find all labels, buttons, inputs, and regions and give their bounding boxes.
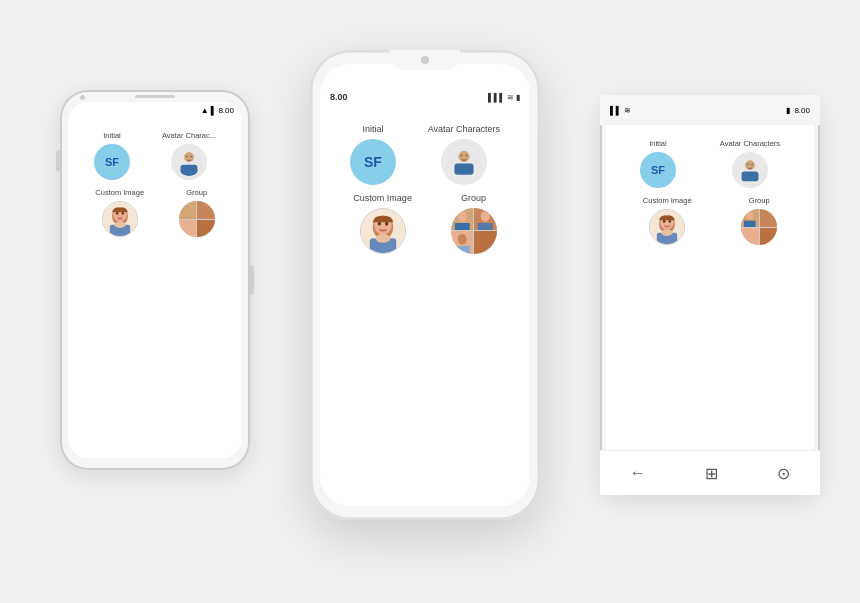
custom-label-left: Custom Image (95, 188, 144, 197)
win-signal: ▌▌ ≋ (610, 106, 631, 115)
svg-point-4 (190, 156, 191, 157)
avatar-row-bottom-center: Custom Image (334, 193, 516, 254)
battery-center: ▮ (516, 93, 520, 102)
svg-rect-5 (181, 165, 198, 173)
phone-right: ▌▌ ≋ ▮ 8.00 Initial SF Avatar Characters (600, 95, 820, 495)
status-right-left: ▲ ▌ 8.00 (201, 106, 234, 115)
group-avatar-right (741, 209, 777, 245)
group-label-center: Group (461, 193, 486, 204)
custom-avatar-left (102, 201, 138, 237)
status-icons-center: ▌▌▌ ≋ ▮ (488, 93, 520, 102)
signal-center: ▌▌▌ (488, 93, 505, 102)
phone-center: 8.00 ▌▌▌ ≋ ▮ Initial SF A (310, 50, 540, 520)
avatar-row-top-right: Initial SF Avatar Characters (618, 139, 802, 188)
svg-point-10 (121, 212, 123, 215)
initial-avatar-center: SF (350, 139, 396, 185)
svg-point-20 (377, 221, 380, 225)
phone-left: ▲ ▌ 8.00 Initial SF Avatar Charac... (60, 90, 250, 470)
svg-rect-27 (478, 223, 493, 231)
status-bar-center: 8.00 ▌▌▌ ≋ ▮ (320, 64, 530, 108)
char-avatar-center (441, 139, 487, 185)
group-cell-1-right (741, 209, 759, 227)
group-cell-3-left (179, 220, 197, 238)
char-avatar-right (732, 152, 768, 188)
win-battery-time: ▮ 8.00 (786, 106, 810, 115)
group-cell-4-left (197, 220, 215, 238)
svg-rect-33 (742, 171, 759, 181)
initial-label-right: Initial (649, 139, 667, 148)
avatar-col-initial-left: Initial SF (94, 131, 130, 180)
avatar-col-char-center: Avatar Characters (428, 124, 500, 185)
avatar-col-group-center: Group (451, 193, 497, 254)
char-avatar-left (171, 144, 207, 180)
svg-point-37 (663, 220, 665, 223)
avatar-col-custom-right: Custom Image (643, 196, 692, 245)
svg-point-38 (669, 220, 671, 223)
group-cell-2-center (474, 208, 497, 231)
svg-point-40 (662, 229, 673, 236)
avatar-col-char-right: Avatar Characters (720, 139, 780, 188)
svg-point-32 (751, 164, 752, 165)
group-cell-3-center (451, 231, 474, 254)
signal-icon-left: ▌ (211, 106, 217, 115)
char-label-center: Avatar Characters (428, 124, 500, 135)
initial-avatar-left: SF (94, 144, 130, 180)
group-cell-4-center (474, 231, 497, 254)
svg-point-31 (747, 164, 748, 165)
group-avatar-center (451, 208, 497, 254)
custom-label-right: Custom Image (643, 196, 692, 205)
avatar-col-group-left: Group (179, 188, 215, 237)
svg-point-41 (746, 211, 753, 219)
avatar-col-custom-center: Custom Image (353, 193, 412, 254)
char-label-right: Avatar Characters (720, 139, 780, 148)
char-label-left: Avatar Charac... (162, 131, 216, 140)
avatar-row-top-center: Initial SF Avatar Characters (334, 124, 516, 185)
wifi-center: ≋ (507, 93, 514, 102)
group-cell-4-right (760, 228, 778, 246)
avatar-row-bottom-left: Custom Image (78, 188, 232, 237)
windows-icon-win[interactable]: ⊞ (705, 464, 718, 483)
svg-point-14 (461, 155, 463, 157)
avatar-col-custom-left: Custom Image (95, 188, 144, 237)
group-avatar-left (179, 201, 215, 237)
group-label-right: Group (749, 196, 770, 205)
initial-label-left: Initial (103, 131, 121, 140)
battery-icon-right: ▮ (786, 106, 790, 115)
avatar-col-initial-center: Initial SF (350, 124, 396, 185)
group-cell-2-left (197, 201, 215, 219)
avatar-content-right: Initial SF Avatar Characters (606, 125, 814, 267)
time-left: 8.00 (218, 106, 234, 115)
svg-point-28 (457, 234, 466, 245)
custom-avatar-right (649, 209, 685, 245)
time-right: 8.00 (794, 106, 810, 115)
scene: ▲ ▌ 8.00 Initial SF Avatar Charac... (0, 0, 860, 603)
group-cell-1-center (451, 208, 474, 231)
win-top-bar: ▌▌ ≋ ▮ 8.00 (600, 95, 820, 125)
group-label-left: Group (186, 188, 207, 197)
svg-point-21 (385, 221, 388, 225)
initial-label-center: Initial (362, 124, 383, 135)
svg-rect-42 (744, 221, 756, 227)
iphone-notch (390, 50, 460, 70)
svg-point-3 (186, 156, 187, 157)
svg-point-9 (116, 212, 118, 215)
svg-point-12 (114, 221, 125, 228)
android-status-bar-left: ▲ ▌ 8.00 (68, 102, 242, 119)
svg-rect-25 (454, 223, 469, 231)
back-icon-win[interactable]: ← (630, 464, 646, 482)
avatar-row-top-left: Initial SF Avatar Charac... (78, 131, 232, 180)
svg-point-24 (457, 211, 466, 222)
win-bottom-bar: ← ⊞ ⊙ (600, 450, 820, 495)
group-cell-2-right (760, 209, 778, 227)
wifi-icon-left: ▲ (201, 106, 209, 115)
phone-center-screen: 8.00 ▌▌▌ ≋ ▮ Initial SF A (320, 64, 530, 506)
initial-avatar-right: SF (640, 152, 676, 188)
group-cell-1-left (179, 201, 197, 219)
phone-left-screen: ▲ ▌ 8.00 Initial SF Avatar Charac... (68, 102, 242, 458)
search-icon-win[interactable]: ⊙ (777, 464, 790, 483)
svg-point-26 (481, 211, 490, 222)
svg-point-23 (375, 234, 390, 243)
svg-rect-16 (454, 163, 473, 174)
custom-avatar-center (360, 208, 406, 254)
avatar-col-initial-right: Initial SF (640, 139, 676, 188)
